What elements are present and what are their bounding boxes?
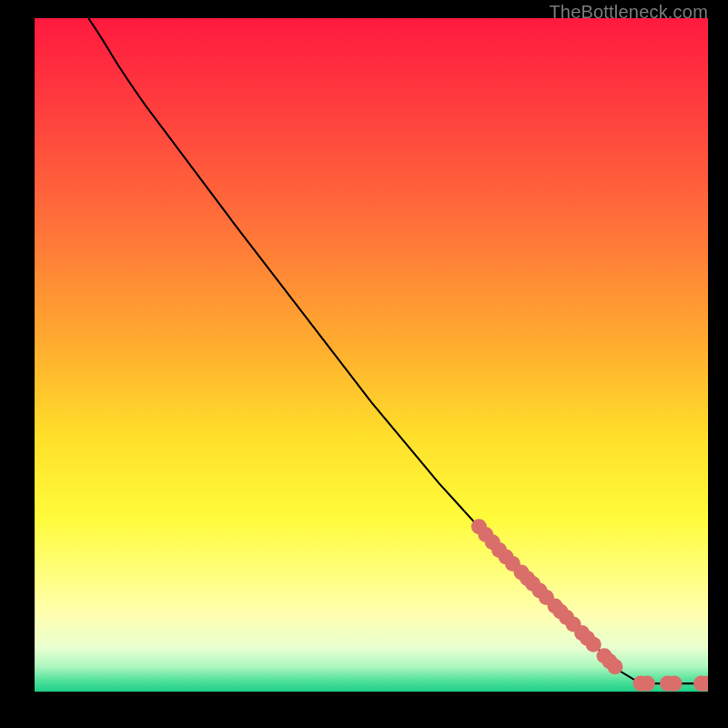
chart-frame: TheBottleneck.com	[0, 0, 728, 728]
plot-area	[35, 18, 708, 692]
gradient-background	[35, 18, 708, 692]
svg-rect-0	[35, 18, 708, 692]
